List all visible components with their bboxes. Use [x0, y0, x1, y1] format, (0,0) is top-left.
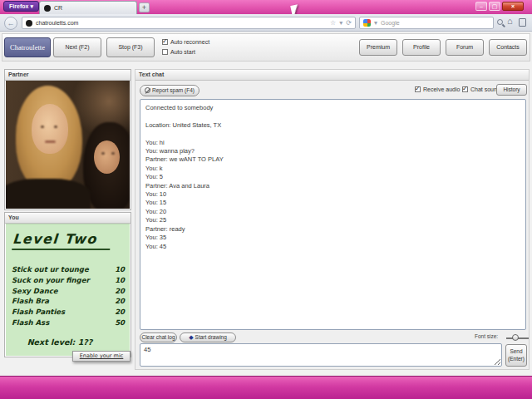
window-titlebar: Firefox ▾ CR + – ▢ × — [0, 0, 532, 14]
bookmark-star-icon[interactable]: ☆ — [330, 19, 336, 27]
chat-message — [145, 112, 520, 121]
send-button[interactable]: Send (Enter) — [505, 344, 527, 367]
auto-start-checkbox-row[interactable]: Auto start — [162, 49, 195, 55]
tab-favicon-icon — [44, 5, 51, 12]
you-panel-title: You — [5, 213, 131, 224]
start-drawing-button[interactable]: ◆Start drawing — [180, 332, 236, 342]
note-item: Flash Ass50 — [12, 318, 125, 328]
minimize-button[interactable]: – — [475, 2, 487, 11]
search-icon[interactable] — [497, 19, 503, 25]
receive-audio-label: Receive audio — [423, 86, 460, 92]
windows-taskbar: e ▶ ✓ A ▸ ▴ 12:07 AM 5/26/2012 — [0, 376, 532, 399]
you-panel: You Level Two Stick out ur tounge10Suck … — [4, 212, 131, 357]
partner-panel: Partner — [4, 69, 131, 210]
history-button[interactable]: History — [496, 84, 527, 96]
report-spam-button[interactable]: Report spam (F4) — [140, 85, 200, 96]
contacts-button[interactable]: Contacts — [489, 39, 527, 56]
stop-button[interactable]: Stop (F3) — [106, 37, 155, 57]
chat-message: You: 25 — [145, 216, 520, 224]
note-footer: Next level: 1?? — [6, 337, 114, 347]
firefox-menu-button[interactable]: Firefox ▾ — [3, 1, 39, 12]
auto-start-label: Auto start — [170, 49, 195, 55]
premium-button[interactable]: Premium — [359, 39, 397, 56]
new-tab-button[interactable]: + — [139, 2, 150, 12]
maximize-button[interactable]: ▢ — [489, 2, 500, 11]
chat-message: You: 15 — [145, 199, 520, 207]
chatroulette-logo[interactable]: Chatroulette — [4, 37, 51, 57]
url-text[interactable]: chatrouletts.com — [36, 20, 327, 26]
address-bar[interactable]: chatrouletts.com ☆ ▾ ⟳ — [22, 17, 356, 29]
home-icon[interactable]: ⌂ — [507, 16, 513, 26]
chat-message: You: 20 — [145, 208, 520, 216]
partner-brunette-face — [94, 140, 120, 174]
note-item: Suck on your finger10 — [12, 275, 125, 286]
tab-title: CR — [54, 5, 62, 11]
site-favicon-icon — [26, 20, 32, 27]
auto-reconnect-checkbox-row[interactable]: Auto reconnect — [162, 39, 209, 45]
chat-message: Partner: we wANT TO PLAY — [145, 155, 520, 164]
chat-message: You: 45 — [145, 243, 520, 251]
screen: Firefox ▾ CR + – ▢ × ← chatrouletts.com … — [0, 0, 532, 399]
url-dropdown-icon[interactable]: ▾ — [339, 19, 342, 27]
close-button[interactable]: × — [502, 2, 524, 11]
note-item: Stick out ur tounge10 — [12, 264, 125, 275]
chat-message: You: k — [145, 165, 520, 173]
chat-message: You: hi — [145, 139, 520, 147]
note-item-list: Stick out ur tounge10Suck on your finger… — [12, 264, 125, 328]
enable-mic-button[interactable]: Enable your mic — [72, 351, 131, 362]
chat-message: Partner: Ava and Laura — [145, 182, 520, 190]
chat-message: You: 5 — [145, 173, 520, 181]
clear-chat-log-button[interactable]: Clear chat log — [140, 332, 177, 342]
google-icon — [363, 19, 371, 27]
drawing-icon: ◆ — [189, 334, 193, 340]
back-button[interactable]: ← — [4, 17, 17, 30]
auto-reconnect-label: Auto reconnect — [170, 39, 209, 45]
receive-audio-checkbox-row[interactable]: Receive audio — [415, 86, 460, 92]
note-item: Flash Panties20 — [12, 307, 125, 318]
forum-button[interactable]: Forum — [446, 39, 484, 56]
font-size-slider-knob[interactable] — [512, 334, 519, 341]
chat-message: You: 10 — [145, 190, 520, 199]
level-note-image: Level Two Stick out ur tounge10Suck on y… — [6, 224, 130, 356]
chat-panel-title: Text chat — [135, 70, 529, 81]
chat-message: Connected to somebody — [145, 104, 520, 112]
partner-panel-title: Partner — [5, 70, 131, 81]
chat-message — [145, 130, 520, 138]
receive-audio-checkbox[interactable] — [415, 86, 421, 92]
reload-icon[interactable]: ⟳ — [346, 19, 352, 27]
partner-body — [6, 179, 91, 209]
note-item: Flash Bra20 — [12, 296, 125, 307]
chat-message: You: wanna play? — [145, 147, 520, 155]
profile-button[interactable]: Profile — [402, 39, 441, 56]
next-button[interactable]: Next (F2) — [53, 37, 101, 57]
search-bar[interactable]: ▾ Google — [359, 17, 494, 29]
chat-message: You: 35 — [145, 234, 520, 242]
browser-tab[interactable]: CR — [39, 1, 137, 14]
bookmarks-icon[interactable] — [519, 18, 526, 27]
partner-blonde-face — [32, 104, 68, 154]
note-heading: Level Two — [12, 231, 111, 250]
chat-message-input[interactable] — [140, 343, 502, 367]
partner-video — [6, 81, 130, 209]
search-engine-dropdown-icon[interactable]: ▾ — [374, 19, 377, 27]
chat-sounds-checkbox[interactable] — [462, 86, 468, 92]
search-placeholder[interactable]: Google — [381, 20, 400, 26]
chat-log[interactable]: Connected to somebody Location: United S… — [140, 99, 526, 330]
text-chat-panel: Text chat Report spam (F4) Receive audio… — [135, 69, 530, 370]
font-size-label: Font size: — [475, 333, 498, 339]
auto-reconnect-checkbox[interactable] — [162, 39, 168, 45]
note-item: Sexy Dance20 — [12, 286, 125, 297]
chat-message: Location: United States, TX — [145, 121, 520, 130]
auto-start-checkbox[interactable] — [162, 49, 168, 55]
chat-message: Partner: ready — [145, 225, 520, 234]
no-entry-icon — [145, 87, 150, 93]
